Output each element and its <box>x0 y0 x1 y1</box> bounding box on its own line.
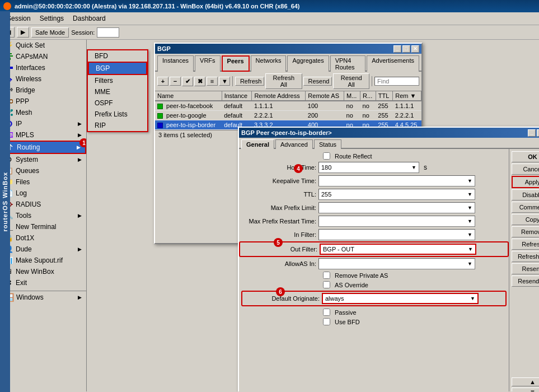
peer-refresh-button[interactable]: Refresh <box>512 239 539 250</box>
tab-networks[interactable]: Networks <box>251 55 287 72</box>
peer-name-label-1: peer-to-facebook <box>166 102 213 109</box>
remove-button[interactable]: Remove <box>512 226 539 237</box>
tab-vpn4routes[interactable]: VPN4 Routes <box>330 55 366 72</box>
bgp-peer-title-bar[interactable]: BGP Peer <peer-to-isp-border> _ □ ✕ <box>239 128 539 138</box>
title-bar: admin@50:00:00:02:00:00 (Alestra) via 19… <box>0 0 539 12</box>
col-instance: Instance <box>222 91 252 101</box>
ok-button[interactable]: OK 8 <box>512 151 539 162</box>
submenu-ospf[interactable]: OSPF <box>88 97 147 109</box>
bgp-refresh-btn[interactable]: Refresh <box>235 77 264 86</box>
peer-ttl-2: 255 <box>376 111 392 120</box>
forward-button[interactable]: ▶ <box>17 27 29 38</box>
tab-vrfs[interactable]: VRFs <box>195 55 221 72</box>
peer-resendall-button[interactable]: Resend All <box>512 276 539 287</box>
tab-advanced[interactable]: Advanced <box>275 139 313 149</box>
peer-name-1: peer-to-facebook <box>155 101 222 111</box>
out-filter-select[interactable]: BGP - OUT ▼ <box>320 244 476 255</box>
route-reflect-checkbox[interactable] <box>323 152 330 160</box>
bgp-close[interactable]: ✕ <box>411 45 419 53</box>
sidebar-label-quickset: Quick Set <box>16 41 45 49</box>
sidebar-item-files[interactable]: 📁 Files <box>0 176 86 188</box>
copy-button[interactable]: Copy <box>512 214 539 225</box>
sidebar-item-routing[interactable]: Routing ▶ 1 <box>0 141 86 154</box>
sidebar-item-radius[interactable]: RADIUS <box>0 199 86 210</box>
sidebar-item-makesupout[interactable]: 📊 Make Supout.rif <box>0 255 86 266</box>
scroll-up[interactable]: ▲ <box>512 377 539 386</box>
disable-button[interactable]: Disable <box>512 189 539 200</box>
sidebar-item-mpls[interactable]: MPLS MPLS ▶ <box>0 129 86 141</box>
max-prefix-select[interactable]: ▼ <box>318 202 475 213</box>
bgp-minimize[interactable]: _ <box>393 45 401 53</box>
sidebar-item-mesh[interactable]: Mesh <box>0 107 86 118</box>
col-remote-address: Remote Address <box>252 91 306 101</box>
bgp-remove-btn[interactable]: − <box>170 77 181 86</box>
bgp-filter-btn[interactable]: ▼ <box>219 77 230 86</box>
bgp-menu-btn[interactable]: ≡ <box>207 77 218 86</box>
session-input[interactable] <box>97 27 119 38</box>
sidebar-item-dot1x[interactable]: 🔒 Dot1X <box>0 232 86 244</box>
scroll-down[interactable]: ▼ <box>512 388 539 391</box>
sidebar-item-system[interactable]: ⚙ System ▶ <box>0 154 86 165</box>
apply-button[interactable]: Apply 7 <box>512 176 539 188</box>
submenu-bfd[interactable]: BFD <box>88 50 147 62</box>
bgp-add-btn[interactable]: + <box>157 77 168 86</box>
max-prefix-restart-select[interactable]: ▼ <box>318 216 475 227</box>
sidebar-item-ip[interactable]: IP ▶ <box>0 118 86 129</box>
sidebar-item-capsman[interactable]: CAPsMAN <box>0 51 86 62</box>
as-override-checkbox[interactable] <box>323 281 330 288</box>
table-row[interactable]: peer-to-google default 2.2.2.1 200 no no… <box>155 111 421 120</box>
submenu-rip[interactable]: RIP <box>88 120 147 131</box>
bgp-apply-btn[interactable]: ✔ <box>182 77 193 86</box>
tab-advertisements[interactable]: Advertisements <box>367 55 419 72</box>
submenu-bgp[interactable]: BGP <box>88 62 147 75</box>
tab-general[interactable]: General <box>241 139 274 149</box>
bgp-title-bar[interactable]: BGP _ □ ✕ <box>155 44 421 54</box>
bgp-cancel-btn[interactable]: ✖ <box>194 77 205 86</box>
sidebar-item-tools[interactable]: 🔧 Tools ▶ <box>0 210 86 221</box>
bgp-peer-minimize[interactable]: _ <box>528 129 536 137</box>
hold-time-select[interactable]: 180 ▼ <box>318 162 419 173</box>
keepalive-select[interactable]: ▼ <box>318 175 475 186</box>
table-row[interactable]: peer-to-facebook default 1.1.1.1 100 no … <box>155 101 421 111</box>
comment-button[interactable]: Comment <box>512 202 539 213</box>
sidebar-item-quickset[interactable]: ⚡ Quick Set <box>0 40 86 51</box>
remove-private-as-checkbox[interactable] <box>323 272 330 279</box>
bgp-peer-maximize[interactable]: □ <box>537 129 539 137</box>
safemode-button[interactable]: Safe Mode <box>31 27 69 38</box>
sidebar-item-exit[interactable]: ✖ Exit <box>0 277 86 288</box>
default-originate-select[interactable]: always ▼ <box>322 293 479 304</box>
bgp-refreshall-btn[interactable]: Refresh All <box>265 73 302 89</box>
tab-peers[interactable]: Peers <box>222 55 250 72</box>
use-bfd-checkbox[interactable] <box>323 318 330 325</box>
passive-checkbox[interactable] <box>323 309 330 316</box>
sidebar-item-dude[interactable]: 👤 Dude ▶ <box>0 244 86 255</box>
tab-status[interactable]: Status <box>314 139 341 149</box>
sidebar-label-routing: Routing <box>17 143 40 151</box>
sidebar-item-bridge[interactable]: Bridge <box>0 85 86 96</box>
sidebar-item-wireless[interactable]: Wireless <box>0 73 86 85</box>
bgp-resend-btn[interactable]: Resend <box>303 77 332 86</box>
sidebar-item-interfaces[interactable]: Interfaces <box>0 62 86 73</box>
sidebar-item-newterminal[interactable]: >_ New Terminal <box>0 221 86 232</box>
submenu-prefixlists[interactable]: Prefix Lists <box>88 109 147 120</box>
ttl-select[interactable]: 255 ▼ <box>318 189 475 200</box>
bgp-maximize[interactable]: □ <box>402 45 410 53</box>
cancel-button[interactable]: Cancel <box>512 164 539 175</box>
sidebar-item-ppp[interactable]: PPP <box>0 96 86 107</box>
peer-name-label-2: peer-to-google <box>166 112 207 119</box>
in-filter-select[interactable]: ▼ <box>318 229 475 240</box>
bgp-resendall-btn[interactable]: Resend All <box>333 73 369 89</box>
tab-instances[interactable]: Instances <box>157 55 194 72</box>
menu-settings[interactable]: Settings <box>35 13 68 24</box>
bgp-find-input[interactable] <box>374 77 419 86</box>
submenu-mme[interactable]: MME <box>88 86 147 97</box>
sidebar-item-newwinbox[interactable]: 🖥 New WinBox <box>0 266 86 277</box>
sidebar-item-queues[interactable]: 📋 Queues <box>0 165 86 176</box>
allowas-select[interactable]: ▼ <box>318 258 475 269</box>
menu-dashboard[interactable]: Dashboard <box>68 13 110 24</box>
submenu-filters[interactable]: Filters <box>88 75 147 86</box>
peer-refreshall-button[interactable]: Refresh All <box>512 251 539 262</box>
sidebar-item-log[interactable]: 📄 Log <box>0 188 86 199</box>
peer-resend-button[interactable]: Resend <box>512 263 539 274</box>
tab-aggregates[interactable]: Aggregates <box>287 55 329 72</box>
